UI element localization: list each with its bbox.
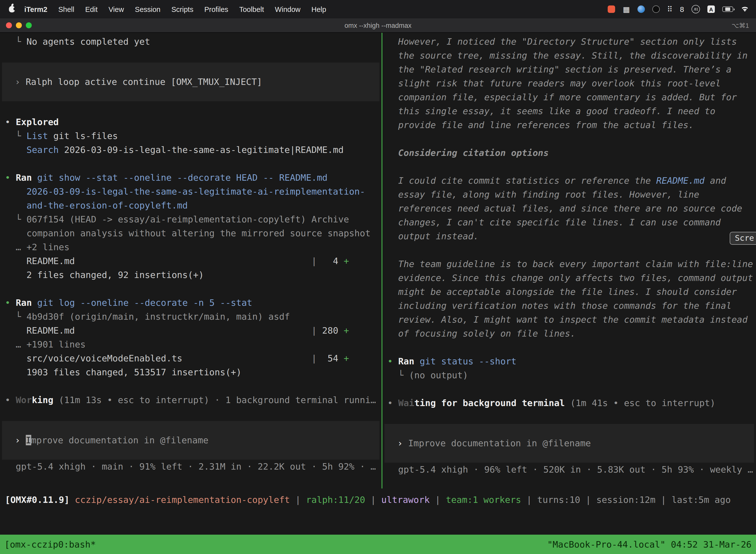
text-segment: cczip/essay/ai-reimplementation-copyleft — [75, 494, 290, 505]
text-segment: output instead. — [387, 231, 479, 241]
text-segment: | — [430, 494, 446, 505]
window-grid-icon[interactable]: ▦ — [623, 5, 630, 13]
ran-git-status: • Ran git status --short — [382, 354, 756, 368]
terminal-line: README.md | 280 + — [0, 324, 381, 338]
text-segment: Improve documentation in @filename — [408, 438, 591, 448]
browser-icon[interactable] — [637, 5, 645, 13]
text-segment: the source tree, missing the essay. Stil… — [387, 50, 748, 61]
text-segment: + — [344, 353, 349, 364]
text-segment: review. Also, I might want to inspect th… — [387, 314, 748, 325]
menu-item-shell[interactable]: Shell — [53, 5, 80, 13]
terminal: └ No agents completed yet › Ralph loop a… — [0, 33, 756, 535]
text-segment: 2026-03-09-is-legal-the-same-as-legitima… — [59, 145, 344, 155]
text-segment: | — [290, 494, 306, 505]
text-segment: └ (no output) — [387, 370, 468, 380]
menu-item-view[interactable]: View — [103, 5, 129, 13]
text-segment: • — [387, 398, 398, 408]
text-segment: mprove documentation in @filename — [31, 435, 208, 445]
window-title: omx --xhigh --madmax — [0, 21, 756, 29]
blank-line — [0, 282, 381, 296]
text-segment: + — [344, 325, 349, 336]
menu-item-toolbelt[interactable]: Toolbelt — [234, 5, 269, 13]
terminal-circle-icon[interactable] — [652, 5, 659, 13]
terminal-line: I could cite commit statistics or refere… — [382, 174, 756, 188]
blank-line — [0, 407, 381, 421]
text-segment: git show --stat --oneline --decorate HEA… — [37, 172, 327, 183]
menu-item-edit[interactable]: Edit — [80, 5, 103, 13]
eight-icon[interactable]: 8 — [680, 5, 684, 13]
tmux-session-label: [omx-cczip0:bash* — [4, 539, 96, 550]
ralph-loop-banner: › Ralph loop active continue [OMX_TMUX_I… — [2, 63, 379, 101]
prompt-input[interactable]: › Improve documentation in @filename — [2, 421, 379, 460]
text-segment: I — [25, 435, 31, 445]
terminal-line: Search 2026-03-09-is-legal-the-same-as-l… — [0, 143, 381, 157]
menu-item-scripts[interactable]: Scripts — [166, 5, 199, 13]
apple-icon[interactable] — [9, 6, 15, 12]
text-segment: ting for background terminal — [414, 398, 565, 408]
panel-line: › Improve documentation in @filename — [2, 433, 379, 447]
dots-grid-icon[interactable]: ⠿ — [667, 5, 673, 13]
terminal-line: However, I noticed the "Directory Struct… — [382, 35, 756, 49]
ran-git-show: • Ran git show --stat --oneline --decora… — [0, 171, 381, 185]
text-segment: └ — [5, 130, 26, 141]
text-segment: Search — [26, 145, 59, 155]
text-segment: slight risk that future readers may over… — [387, 78, 721, 88]
text-segment: 2026-03-09-is-legal-the-same-as-legitima… — [5, 186, 365, 197]
text-segment: team:1 workers — [446, 494, 521, 505]
text-segment: No agents completed yet — [26, 36, 150, 47]
agents-status-line: └ No agents completed yet — [0, 35, 381, 49]
text-segment: Ran — [16, 172, 32, 183]
panel-line: › Improve documentation in @filename — [384, 436, 754, 450]
text-segment: › — [397, 438, 408, 448]
menu-item-window[interactable]: Window — [269, 5, 306, 13]
blank-line — [382, 410, 756, 424]
terminal-line: … +2 lines — [0, 240, 381, 254]
model-status-line: gpt-5.4 xhigh · 96% left · 520K in · 5.8… — [382, 463, 756, 477]
input-source-icon[interactable]: A — [707, 5, 715, 13]
wifi-icon[interactable] — [741, 6, 749, 12]
menu-item-help[interactable]: Help — [306, 5, 332, 13]
ran-git-log: • Ran git log --oneline --decorate -n 5 … — [0, 296, 381, 310]
terminal-line: essay file, along with finding root file… — [382, 188, 756, 202]
text-segment: companion analysis without altering the … — [5, 228, 371, 238]
text-segment: Ran — [16, 297, 32, 308]
text-segment: evidence. Since this change only affects… — [387, 273, 753, 283]
battery-percentage-icon[interactable]: .61 — [692, 5, 700, 13]
text-segment: › — [15, 76, 25, 87]
window-shortcut-badge: ⌥⌘1 — [732, 21, 749, 29]
waiting-status-line: • Waiting for background terminal (1m 41… — [382, 396, 756, 410]
text-segment: 2 files changed, 92 insertions(+) — [5, 270, 204, 280]
text-segment: › — [15, 435, 25, 445]
terminal-line: 1903 files changed, 513517 insertions(+) — [0, 365, 381, 379]
text-segment: essay file, along with finding root file… — [387, 189, 699, 200]
text-segment: • — [5, 117, 16, 127]
terminal-line: The team guideline is to back every impo… — [382, 257, 756, 271]
recording-stop-icon[interactable] — [608, 5, 615, 13]
terminal-line: … +1901 lines — [0, 338, 381, 351]
text-segment: the "Related research writing" section i… — [387, 64, 732, 74]
screen-edge-tooltip: Scre — [730, 232, 756, 245]
text-segment: └ 4b9d30f (origin/main, instructkr/main,… — [5, 311, 290, 322]
terminal-line: companion analysis without altering the … — [0, 226, 381, 240]
text-segment — [32, 172, 37, 183]
text-segment: gpt-5.4 xhigh · main · 91% left · 2.31M … — [5, 461, 376, 472]
text-segment: Ran — [398, 356, 414, 366]
text-segment: git ls-files — [48, 130, 118, 141]
title-bar: omx --xhigh --madmax ⌥⌘1 — [0, 18, 756, 33]
menu-item-iterm2[interactable]: iTerm2 — [19, 5, 53, 13]
menu-item-profiles[interactable]: Profiles — [199, 5, 234, 13]
text-segment: (11m 13s • esc to interrupt) · 1 backgro… — [53, 395, 376, 405]
menu-item-session[interactable]: Session — [129, 5, 166, 13]
terminal-line: review. Also, I might want to inspect th… — [382, 313, 756, 327]
terminal-line: including verification notes with those … — [382, 299, 756, 313]
text-segment: Explored — [16, 117, 59, 127]
text-segment: this single essay, it seems like a good … — [387, 106, 715, 116]
text-segment: However, I noticed the "Directory Struct… — [387, 36, 737, 47]
prompt-input[interactable]: › Improve documentation in @filename — [384, 424, 754, 463]
text-segment: ultrawork — [381, 494, 430, 505]
terminal-line: and-the-erosion-of-copyleft.md — [0, 199, 381, 213]
text-segment: companion file, especially if more comme… — [387, 92, 737, 102]
thinking-heading: Considering citation options — [382, 146, 756, 160]
text-segment: git status --short — [420, 356, 516, 366]
battery-icon[interactable] — [722, 6, 733, 12]
